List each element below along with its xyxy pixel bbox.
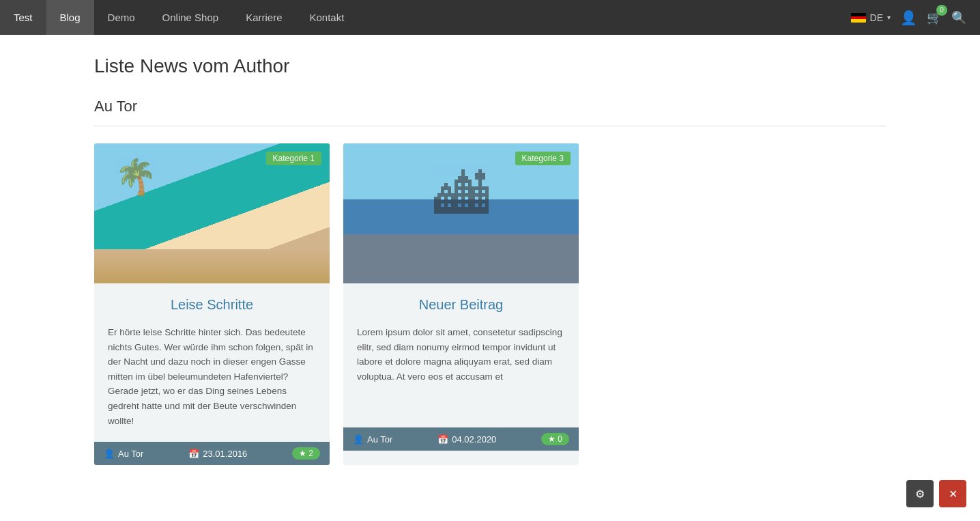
star-badge: ★ 0 [541,433,569,445]
star-count: 2 [308,449,313,458]
main-navigation: TestBlogDemoOnline ShopKarriereKontakt D… [0,0,980,35]
author-icon: 👤 [104,449,115,459]
card-0: Kategorie 1 Leise Schritte Er hörte leis… [94,143,330,465]
search-icon[interactable]: 🔍 [951,10,966,25]
author-item: 👤 Au Tor [353,434,392,445]
nav-item-karriere[interactable]: Karriere [232,0,296,35]
card-image-wrap: Kategorie 3 [343,143,579,283]
nav-item-blog[interactable]: Blog [46,0,94,35]
star-count: 0 [558,434,562,444]
author-icon: 👤 [353,434,364,445]
nav-item-online-shop[interactable]: Online Shop [149,0,233,35]
user-icon[interactable]: 👤 [900,10,917,26]
calendar-icon: 📅 [188,449,199,459]
author-item: 👤 Au Tor [104,449,143,459]
close-button[interactable]: ✕ [939,480,966,485]
category-badge: Kategorie 1 [266,152,321,165]
date-item: 📅 23.01.2016 [188,449,247,459]
card-date: 04.02.2020 [452,434,496,445]
language-selector[interactable]: DE ▾ [851,12,891,23]
card-text: Lorem ipsum dolor sit amet, consetetur s… [357,325,565,414]
star-badge: ★ 2 [292,447,320,460]
bottom-right-buttons: ⚙ ✕ [906,480,966,485]
main-content: Liste News vom Author Au Tor Kategorie 1… [81,35,899,485]
date-item: 📅 04.02.2020 [437,434,496,445]
star-icon: ★ [548,434,556,444]
card-body: Leise Schritte Er hörte leise Schritte h… [94,283,330,435]
star-icon: ★ [299,449,306,458]
cart-badge: 0 [936,5,947,16]
cart-icon[interactable]: 🛒 0 [927,10,942,25]
cards-grid: Kategorie 1 Leise Schritte Er hörte leis… [94,143,886,465]
nav-item-kontakt[interactable]: Kontakt [296,0,358,35]
chevron-down-icon: ▾ [887,14,891,21]
flag-icon [851,13,866,23]
language-label: DE [870,12,883,23]
card-footer: 👤 Au Tor 📅 23.01.2016 ★ 2 [94,442,330,465]
page-title: Liste News vom Author [94,55,886,77]
calendar-icon: 📅 [437,434,448,445]
author-name: Au Tor [367,434,392,445]
nav-item-test[interactable]: Test [0,0,46,35]
settings-button[interactable]: ⚙ [906,480,934,485]
card-footer: 👤 Au Tor 📅 04.02.2020 ★ 0 [343,427,579,451]
card-body: Neuer Beitrag Lorem ipsum dolor sit amet… [343,283,579,421]
author-name: Au Tor [118,449,143,459]
card-1: Kategorie 3 Neuer Beitrag Lorem ipsum do… [343,143,579,465]
category-badge: Kategorie 3 [515,152,571,165]
nav-right: DE ▾ 👤 🛒 0 🔍 [851,10,980,26]
card-title[interactable]: Leise Schritte [108,297,316,313]
divider [94,126,886,126]
card-date: 23.01.2016 [203,449,247,459]
nav-item-demo[interactable]: Demo [94,0,149,35]
card-text: Er hörte leise Schritte hinter sich. Das… [108,325,316,428]
nav-left: TestBlogDemoOnline ShopKarriereKontakt [0,0,851,35]
author-title: Au Tor [94,98,886,115]
card-title[interactable]: Neuer Beitrag [357,297,565,313]
card-image-wrap: Kategorie 1 [94,143,330,283]
